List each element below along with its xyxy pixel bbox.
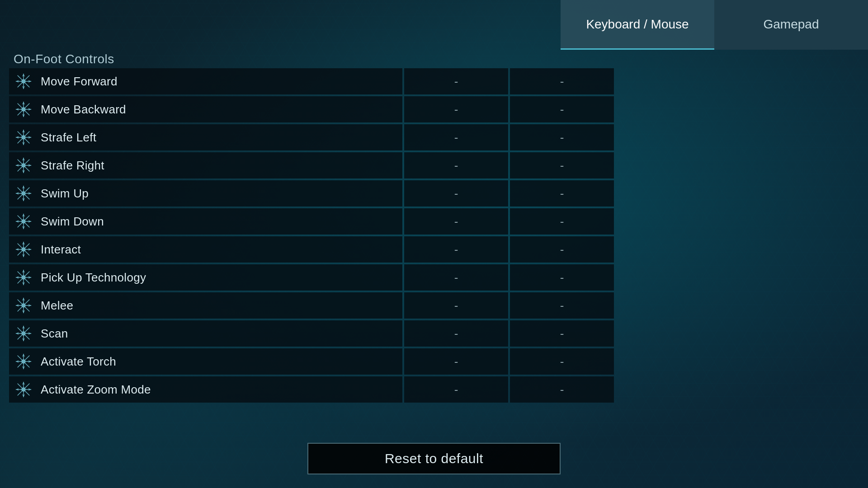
controls-table: Move Forward - - [9, 68, 859, 434]
action-icon [14, 71, 33, 91]
keyboard-binding[interactable]: - [404, 208, 508, 235]
gamepad-binding[interactable]: - [510, 376, 614, 403]
table-row: Melee - - [9, 292, 859, 319]
table-row: Swim Down - - [9, 208, 859, 235]
svg-point-80 [21, 303, 26, 308]
keyboard-binding[interactable]: - [404, 68, 508, 94]
control-name: Swim Down [41, 215, 104, 229]
action-icon [14, 183, 33, 203]
control-name: Strafe Right [41, 159, 104, 173]
control-name: Swim Up [41, 187, 89, 201]
table-row: Move Forward - - [9, 68, 859, 95]
svg-point-17 [21, 107, 26, 112]
keyboard-binding[interactable]: - [404, 96, 508, 122]
control-label-cell: Scan [9, 320, 402, 347]
svg-point-62 [21, 247, 26, 252]
table-row: Strafe Left - - [9, 124, 859, 151]
keyboard-binding[interactable]: - [404, 320, 508, 347]
control-label-cell: Strafe Right [9, 152, 402, 178]
gamepad-binding[interactable]: - [510, 208, 614, 235]
action-icon [14, 380, 33, 399]
table-row: Move Backward - - [9, 96, 859, 123]
table-row: Activate Zoom Mode - - [9, 376, 859, 403]
action-icon [14, 127, 33, 147]
table-row: Swim Up - - [9, 180, 859, 207]
control-label-cell: Activate Torch [9, 348, 402, 375]
main-content: Keyboard / Mouse Gamepad On-Foot Control… [0, 0, 868, 488]
action-icon [14, 99, 33, 119]
control-name: Pick Up Technology [41, 271, 146, 285]
svg-point-35 [21, 163, 26, 168]
gamepad-binding[interactable]: - [510, 320, 614, 347]
gamepad-binding[interactable]: - [510, 68, 614, 94]
action-icon [14, 324, 33, 343]
control-label-cell: Pick Up Technology [9, 264, 402, 291]
svg-point-4 [21, 79, 26, 84]
keyboard-binding[interactable]: - [404, 124, 508, 150]
keyboard-binding[interactable]: - [404, 180, 508, 206]
keyboard-binding[interactable]: - [404, 292, 508, 319]
keyboard-binding[interactable]: - [404, 152, 508, 178]
action-icon [14, 267, 33, 287]
action-icon [14, 211, 33, 231]
action-icon [14, 155, 33, 175]
control-label-cell: Move Backward [9, 96, 402, 122]
control-label-cell: Melee [9, 292, 402, 319]
reset-to-default-button[interactable]: Reset to default [307, 443, 561, 474]
gamepad-binding[interactable]: - [510, 264, 614, 291]
keyboard-binding[interactable]: - [404, 264, 508, 291]
control-name: Move Backward [41, 103, 126, 117]
svg-point-71 [21, 275, 26, 280]
gamepad-binding[interactable]: - [510, 348, 614, 375]
keyboard-binding[interactable]: - [404, 348, 508, 375]
gamepad-binding[interactable]: - [510, 180, 614, 206]
control-name: Activate Zoom Mode [41, 383, 151, 397]
gamepad-binding[interactable]: - [510, 292, 614, 319]
control-label-cell: Activate Zoom Mode [9, 376, 402, 403]
control-label-cell: Swim Down [9, 208, 402, 235]
keyboard-binding[interactable]: - [404, 236, 508, 263]
svg-point-26 [21, 135, 26, 140]
control-name: Interact [41, 243, 81, 257]
gamepad-binding[interactable]: - [510, 124, 614, 150]
gamepad-binding[interactable]: - [510, 236, 614, 263]
gamepad-binding[interactable]: - [510, 152, 614, 178]
svg-point-44 [21, 191, 26, 196]
section-title: On-Foot Controls [14, 52, 114, 66]
svg-point-89 [21, 331, 26, 336]
action-icon [14, 352, 33, 371]
control-name: Melee [41, 299, 73, 313]
control-name: Scan [41, 327, 68, 341]
svg-point-107 [21, 387, 26, 392]
tab-keyboard-mouse[interactable]: Keyboard / Mouse [561, 0, 714, 50]
svg-point-98 [21, 359, 26, 364]
control-label-cell: Move Forward [9, 68, 402, 94]
control-name: Activate Torch [41, 355, 116, 369]
tab-header: Keyboard / Mouse Gamepad [561, 0, 868, 50]
gamepad-binding[interactable]: - [510, 96, 614, 122]
action-icon [14, 296, 33, 315]
table-row: Interact - - [9, 236, 859, 263]
table-row: Strafe Right - - [9, 152, 859, 179]
svg-point-53 [21, 219, 26, 224]
control-label-cell: Strafe Left [9, 124, 402, 150]
table-row: Pick Up Technology - - [9, 264, 859, 291]
control-label-cell: Swim Up [9, 180, 402, 206]
table-row: Scan - - [9, 320, 859, 347]
table-row: Activate Torch - - [9, 348, 859, 375]
action-icon [14, 239, 33, 259]
control-name: Move Forward [41, 75, 118, 89]
keyboard-binding[interactable]: - [404, 376, 508, 403]
control-name: Strafe Left [41, 131, 96, 145]
tab-gamepad[interactable]: Gamepad [714, 0, 868, 50]
control-label-cell: Interact [9, 236, 402, 263]
